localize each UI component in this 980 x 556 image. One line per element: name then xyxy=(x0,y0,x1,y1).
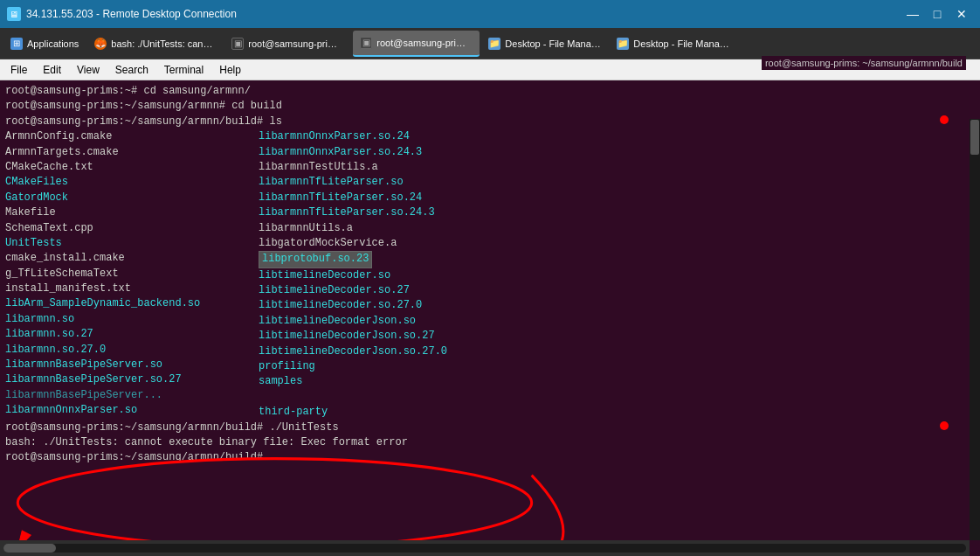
taskbar-bash-label: bash: ./UnitTests: canno... xyxy=(111,38,216,49)
scrollbar-thumb[interactable] xyxy=(970,120,979,155)
window-controls: — □ ✕ xyxy=(901,4,973,24)
filemanager1-icon: 📁 xyxy=(488,38,500,50)
menu-search[interactable]: Search xyxy=(108,62,155,78)
menu-help[interactable]: Help xyxy=(212,62,248,78)
terminal-window: root@samsung-prims: ~/samsung/armnn/buil… xyxy=(0,59,980,556)
minimize-button[interactable]: — xyxy=(901,4,924,24)
red-dot-2 xyxy=(940,420,949,435)
terminal-run-line: root@samsung-prims:~/samsung/armnn/build… xyxy=(5,420,966,435)
ls-output: ArmnnConfig.cmake ArmnnTargets.cmake CMa… xyxy=(5,129,966,420)
scrollbar-track xyxy=(3,544,966,553)
menu-terminal[interactable]: Terminal xyxy=(157,62,210,78)
taskbar-item-root2[interactable]: ▣ root@samsung-prims: ~ xyxy=(353,31,480,57)
terminal-line-2: root@samsung-prims:~/samsung/armnn# cd b… xyxy=(5,99,966,114)
terminal-title-right: root@samsung-prims: ~/samsung/armnn/buil… xyxy=(762,56,966,70)
ls-left-column: ArmnnConfig.cmake ArmnnTargets.cmake CMa… xyxy=(5,129,259,420)
taskbar-item-fm1[interactable]: 📁 Desktop - File Manager xyxy=(481,31,608,57)
taskbar-fm1-label: Desktop - File Manager xyxy=(505,38,601,49)
applications-icon: ⊞ xyxy=(10,38,23,50)
taskbar: ⊞ Applications 🦊 bash: ./UnitTests: cann… xyxy=(0,28,980,59)
firefox-icon: 🦊 xyxy=(94,38,107,50)
terminal-error-line: bash: ./UnitTests: cannot execute binary… xyxy=(5,435,966,450)
svg-point-2 xyxy=(17,459,531,547)
svg-point-0 xyxy=(940,115,949,124)
taskbar-applications-label: Applications xyxy=(27,38,79,49)
menu-file[interactable]: File xyxy=(3,62,34,78)
horizontal-scrollbar[interactable] xyxy=(0,540,970,556)
taskbar-item-fm2[interactable]: 📁 Desktop - File Manager xyxy=(610,31,736,57)
title-bar: 🖥 34.131.55.203 - Remote Desktop Connect… xyxy=(0,0,980,28)
terminal-last-prompt: root@samsung-prims:~/samsung/armnn/build… xyxy=(5,450,966,465)
terminal1-icon: ▣ xyxy=(231,38,244,50)
svg-point-1 xyxy=(940,421,949,430)
menu-view[interactable]: View xyxy=(70,62,107,78)
taskbar-root1-label: root@samsung-prims: ~ xyxy=(248,38,344,49)
vertical-scrollbar[interactable] xyxy=(970,119,980,540)
menu-edit[interactable]: Edit xyxy=(36,62,68,78)
red-dot-1 xyxy=(940,115,949,129)
terminal2-icon: ▣ xyxy=(360,37,372,49)
taskbar-item-applications[interactable]: ⊞ Applications xyxy=(3,31,86,57)
taskbar-fm2-label: Desktop - File Manager xyxy=(633,38,729,49)
title-bar-left: 🖥 34.131.55.203 - Remote Desktop Connect… xyxy=(7,7,237,21)
terminal-line-3: root@samsung-prims:~/samsung/armnn/build… xyxy=(5,115,966,129)
terminal-line-1: root@samsung-prims:~# cd samsung/armnn/ xyxy=(5,84,966,99)
taskbar-item-bash[interactable]: 🦊 bash: ./UnitTests: canno... xyxy=(87,31,223,57)
taskbar-root2-label: root@samsung-prims: ~ xyxy=(376,38,473,48)
filemanager2-icon: 📁 xyxy=(617,38,629,50)
close-button[interactable]: ✕ xyxy=(950,4,973,24)
maximize-button[interactable]: □ xyxy=(926,4,949,24)
app-icon: 🖥 xyxy=(7,7,21,21)
window-title: 34.131.55.203 - Remote Desktop Connectio… xyxy=(26,8,237,20)
ls-right-column: libarmnnOnnxParser.so.24 libarmnnOnnxPar… xyxy=(259,129,447,420)
h-scrollbar-thumb[interactable] xyxy=(3,544,56,553)
taskbar-item-root1[interactable]: ▣ root@samsung-prims: ~ xyxy=(224,31,351,57)
terminal-content[interactable]: root@samsung-prims:~# cd samsung/armnn/ … xyxy=(0,80,980,556)
